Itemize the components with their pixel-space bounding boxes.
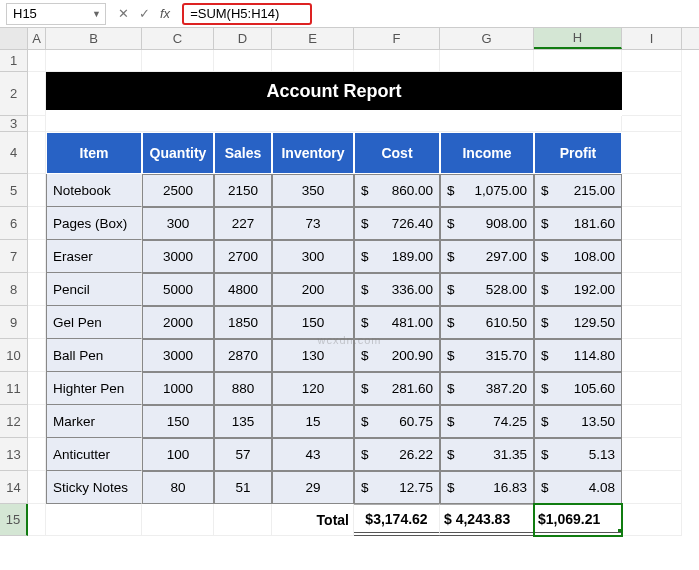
cell-sales[interactable]: 880: [214, 372, 272, 405]
header-sales[interactable]: Sales: [214, 132, 272, 174]
total-income[interactable]: $ 4,243.83: [440, 504, 534, 536]
cell-sales[interactable]: 2150: [214, 174, 272, 207]
cell[interactable]: [622, 339, 682, 372]
row-header[interactable]: 12: [0, 405, 28, 438]
cell[interactable]: [28, 273, 46, 306]
cell-cost[interactable]: $481.00: [354, 306, 440, 339]
cell-inv[interactable]: 300: [272, 240, 354, 273]
cell-profit[interactable]: $181.60: [534, 207, 622, 240]
cell-income[interactable]: $16.83: [440, 471, 534, 504]
cell-sales[interactable]: 2700: [214, 240, 272, 273]
header-item[interactable]: Item: [46, 132, 142, 174]
cell-profit[interactable]: $105.60: [534, 372, 622, 405]
cell[interactable]: [622, 116, 682, 132]
cell-cost[interactable]: $12.75: [354, 471, 440, 504]
row-header[interactable]: 10: [0, 339, 28, 372]
cell-cost[interactable]: $726.40: [354, 207, 440, 240]
cell-income[interactable]: $610.50: [440, 306, 534, 339]
cell-profit[interactable]: $129.50: [534, 306, 622, 339]
cell[interactable]: [622, 207, 682, 240]
cell-cost[interactable]: $200.90: [354, 339, 440, 372]
cell[interactable]: [214, 50, 272, 72]
row-header[interactable]: 2: [0, 72, 28, 116]
cell[interactable]: [622, 174, 682, 207]
row-header[interactable]: 7: [0, 240, 28, 273]
cell-sales[interactable]: 57: [214, 438, 272, 471]
cell[interactable]: [622, 504, 682, 536]
cell-qty[interactable]: 3000: [142, 240, 214, 273]
cell-cost[interactable]: $189.00: [354, 240, 440, 273]
cell[interactable]: [622, 240, 682, 273]
cell[interactable]: [28, 339, 46, 372]
cell-sales[interactable]: 1850: [214, 306, 272, 339]
cell[interactable]: [622, 306, 682, 339]
cell-inv[interactable]: 15: [272, 405, 354, 438]
header-cost[interactable]: Cost: [354, 132, 440, 174]
col-header-a[interactable]: A: [28, 28, 46, 49]
row-header[interactable]: 11: [0, 372, 28, 405]
cell-inv[interactable]: 350: [272, 174, 354, 207]
cell[interactable]: [46, 504, 142, 536]
total-cost[interactable]: $3,174.62: [354, 504, 440, 536]
header-quantity[interactable]: Quantity: [142, 132, 214, 174]
cell-item[interactable]: Eraser: [46, 240, 142, 273]
cell-qty[interactable]: 3000: [142, 339, 214, 372]
cell[interactable]: [622, 273, 682, 306]
cell-sales[interactable]: 227: [214, 207, 272, 240]
cell-profit[interactable]: $13.50: [534, 405, 622, 438]
cell-item[interactable]: Anticutter: [46, 438, 142, 471]
enter-icon[interactable]: ✓: [139, 6, 150, 21]
cell-cost[interactable]: $60.75: [354, 405, 440, 438]
cell-income[interactable]: $31.35: [440, 438, 534, 471]
cell[interactable]: [440, 50, 534, 72]
cell-sales[interactable]: 2870: [214, 339, 272, 372]
cell-qty[interactable]: 80: [142, 471, 214, 504]
cell-income[interactable]: $315.70: [440, 339, 534, 372]
cell[interactable]: [622, 438, 682, 471]
cell[interactable]: [142, 504, 214, 536]
cell-income[interactable]: $387.20: [440, 372, 534, 405]
cancel-icon[interactable]: ✕: [118, 6, 129, 21]
cell[interactable]: [28, 471, 46, 504]
cell-profit[interactable]: $215.00: [534, 174, 622, 207]
cell-qty[interactable]: 300: [142, 207, 214, 240]
cell-item[interactable]: Highter Pen: [46, 372, 142, 405]
cell-qty[interactable]: 1000: [142, 372, 214, 405]
cell[interactable]: [534, 50, 622, 72]
row-header[interactable]: 6: [0, 207, 28, 240]
cell-profit[interactable]: $108.00: [534, 240, 622, 273]
cell-item[interactable]: Marker: [46, 405, 142, 438]
cell[interactable]: [28, 116, 46, 132]
cell-cost[interactable]: $281.60: [354, 372, 440, 405]
row-header[interactable]: 14: [0, 471, 28, 504]
row-header[interactable]: 4: [0, 132, 28, 174]
row-header[interactable]: 5: [0, 174, 28, 207]
row-header[interactable]: 13: [0, 438, 28, 471]
cell-inv[interactable]: 200: [272, 273, 354, 306]
cell-cost[interactable]: $860.00: [354, 174, 440, 207]
cell[interactable]: [622, 405, 682, 438]
cell-sales[interactable]: 135: [214, 405, 272, 438]
cell-cost[interactable]: $336.00: [354, 273, 440, 306]
cell-inv[interactable]: 73: [272, 207, 354, 240]
cell-profit[interactable]: $5.13: [534, 438, 622, 471]
cell[interactable]: [622, 132, 682, 174]
fx-icon[interactable]: fx: [160, 6, 170, 21]
cell-income[interactable]: $908.00: [440, 207, 534, 240]
cell-qty[interactable]: 2000: [142, 306, 214, 339]
row-header[interactable]: 15: [0, 504, 28, 536]
header-income[interactable]: Income: [440, 132, 534, 174]
row-header[interactable]: 3: [0, 116, 28, 132]
report-title[interactable]: Account Report: [46, 72, 622, 110]
cell-income[interactable]: $297.00: [440, 240, 534, 273]
total-label[interactable]: Total: [272, 504, 354, 536]
cell[interactable]: [28, 372, 46, 405]
cell-inv[interactable]: 130: [272, 339, 354, 372]
cell-item[interactable]: Sticky Notes: [46, 471, 142, 504]
cell-income[interactable]: $74.25: [440, 405, 534, 438]
cell-inv[interactable]: 150: [272, 306, 354, 339]
col-header-e[interactable]: E: [272, 28, 354, 49]
cell-inv[interactable]: 120: [272, 372, 354, 405]
cell-item[interactable]: Pencil: [46, 273, 142, 306]
select-all-corner[interactable]: [0, 28, 28, 49]
